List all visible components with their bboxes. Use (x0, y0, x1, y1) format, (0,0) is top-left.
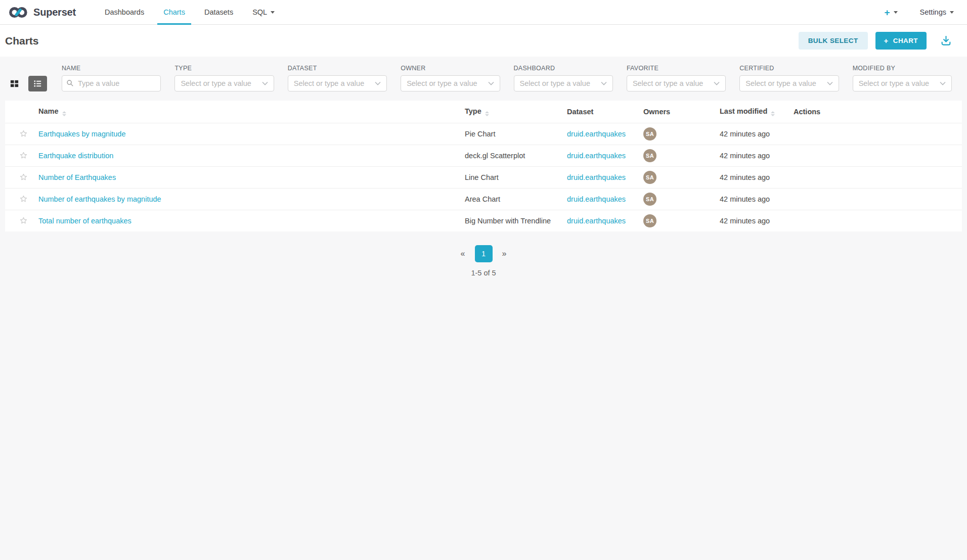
dataset-link[interactable]: druid.earthquakes (567, 195, 626, 203)
column-favorite (5, 101, 34, 123)
export-button[interactable] (938, 33, 954, 49)
caret-down-icon (271, 11, 275, 14)
bulk-select-button[interactable]: BULK SELECT (799, 32, 868, 50)
chart-name-link[interactable]: Number of Earthquakes (38, 173, 116, 181)
owner-avatar[interactable]: SA (643, 193, 656, 206)
list-view-icon (33, 79, 42, 88)
dataset-link[interactable]: druid.earthquakes (567, 217, 626, 225)
chart-name-link[interactable]: Earthquake distribution (38, 152, 113, 160)
sort-icon[interactable] (771, 111, 775, 116)
nav-dashboards-label: Dashboards (105, 8, 144, 16)
column-last-modified-label: Last modified (720, 107, 767, 115)
dashboard-filter-select[interactable]: Select or type a value (514, 75, 613, 91)
chart-type: Line Chart (465, 173, 499, 181)
last-modified-value: 42 minutes ago (720, 173, 770, 181)
chevron-down-icon (488, 81, 494, 85)
nav-charts-label: Charts (163, 8, 185, 16)
favorite-star-icon[interactable] (18, 150, 29, 161)
nav-charts[interactable]: Charts (160, 0, 188, 24)
header-actions: BULK SELECT + CHART (799, 32, 954, 50)
nav-datasets[interactable]: Datasets (201, 0, 236, 24)
sort-icon[interactable] (485, 111, 489, 116)
name-filter-input[interactable] (62, 75, 161, 91)
dataset-link[interactable]: druid.earthquakes (567, 130, 626, 138)
plus-icon: + (884, 8, 890, 17)
page-header: Charts BULK SELECT + CHART (0, 25, 967, 57)
filter-modified-by: MODIFIED BY Select or type a value (853, 65, 952, 91)
favorite-star-icon[interactable] (18, 128, 29, 139)
chart-type: Big Number with Trendline (465, 217, 551, 225)
filter-bar: NAME TYPE Select or type a value DATASET… (0, 57, 967, 91)
filter-dashboard-label: DASHBOARD (514, 65, 613, 72)
select-placeholder: Select or type a value (407, 79, 477, 87)
superset-logo[interactable]: Superset (8, 6, 76, 19)
table-row: Number of earthquakes by magnitude Area … (5, 188, 962, 210)
nav-sql[interactable]: SQL (249, 0, 278, 24)
pagination-summary: 1-5 of 5 (0, 269, 967, 277)
charts-table: Name Type Dataset Owners Last modified A… (5, 101, 962, 231)
page-1-button[interactable]: 1 (475, 245, 493, 262)
next-page-button[interactable]: » (497, 246, 512, 261)
view-toggles (5, 76, 47, 91)
column-owners: Owners (639, 101, 716, 123)
table-header-row: Name Type Dataset Owners Last modified A… (5, 101, 962, 123)
row-actions (789, 123, 962, 145)
chart-name-link[interactable]: Total number of earthquakes (38, 217, 131, 225)
favorite-filter-select[interactable]: Select or type a value (627, 75, 726, 91)
chevron-down-icon (714, 81, 720, 85)
favorite-star-icon[interactable] (18, 172, 29, 182)
chart-name-link[interactable]: Number of earthquakes by magnitude (38, 195, 161, 203)
favorite-star-icon[interactable] (18, 194, 29, 204)
sort-icon[interactable] (62, 111, 66, 116)
favorite-star-icon[interactable] (18, 215, 29, 226)
top-nav: Superset Dashboards Charts Datasets SQL … (0, 0, 967, 25)
filter-favorite-label: FAVORITE (627, 65, 726, 72)
nav-dashboards[interactable]: Dashboards (102, 0, 147, 24)
column-dataset: Dataset (563, 101, 639, 123)
pagination: « 1 » (0, 245, 967, 262)
owner-avatar[interactable]: SA (643, 214, 656, 227)
download-icon (940, 35, 952, 46)
superset-infinity-icon (8, 6, 29, 19)
table-row: Number of Earthquakes Line Chart druid.e… (5, 166, 962, 188)
column-name-label: Name (38, 107, 59, 115)
list-view-toggle[interactable] (28, 76, 47, 91)
filter-certified: CERTIFIED Select or type a value (739, 65, 839, 91)
owner-avatar[interactable]: SA (643, 171, 656, 184)
column-name[interactable]: Name (34, 101, 461, 123)
dataset-link[interactable]: druid.earthquakes (567, 173, 626, 181)
select-placeholder: Select or type a value (745, 79, 816, 87)
owner-avatar[interactable]: SA (643, 149, 656, 162)
brand-name: Superset (33, 7, 76, 18)
caret-down-icon (950, 11, 954, 14)
column-owners-label: Owners (643, 108, 670, 116)
dataset-filter-select[interactable]: Select or type a value (288, 75, 387, 91)
filter-owner: OWNER Select or type a value (401, 65, 500, 91)
chevron-down-icon (940, 81, 946, 85)
plus-icon: + (884, 36, 889, 45)
modified-by-filter-select[interactable]: Select or type a value (853, 75, 952, 91)
name-search-wrap (62, 75, 161, 91)
last-modified-value: 42 minutes ago (720, 152, 770, 160)
column-type[interactable]: Type (461, 101, 563, 123)
column-last-modified[interactable]: Last modified (716, 101, 789, 123)
table-row: Total number of earthquakes Big Number w… (5, 210, 962, 231)
owner-avatar[interactable]: SA (643, 127, 656, 141)
card-view-toggle[interactable] (5, 76, 24, 91)
new-chart-label: CHART (893, 37, 918, 44)
type-filter-select[interactable]: Select or type a value (174, 75, 274, 91)
owner-filter-select[interactable]: Select or type a value (401, 75, 500, 91)
last-modified-value: 42 minutes ago (720, 195, 770, 203)
dataset-link[interactable]: druid.earthquakes (567, 152, 626, 160)
chart-type: deck.gl Scatterplot (465, 152, 525, 160)
new-item-menu-button[interactable]: + (884, 8, 897, 17)
column-dataset-label: Dataset (567, 108, 593, 116)
select-placeholder: Select or type a value (520, 79, 590, 87)
new-chart-button[interactable]: + CHART (875, 32, 927, 50)
primary-nav: Dashboards Charts Datasets SQL (95, 0, 284, 24)
last-modified-value: 42 minutes ago (720, 217, 770, 225)
settings-menu-button[interactable]: Settings (920, 8, 954, 16)
chart-name-link[interactable]: Earthquakes by magnitude (38, 130, 126, 138)
prev-page-button[interactable]: « (456, 246, 470, 261)
certified-filter-select[interactable]: Select or type a value (739, 75, 839, 91)
